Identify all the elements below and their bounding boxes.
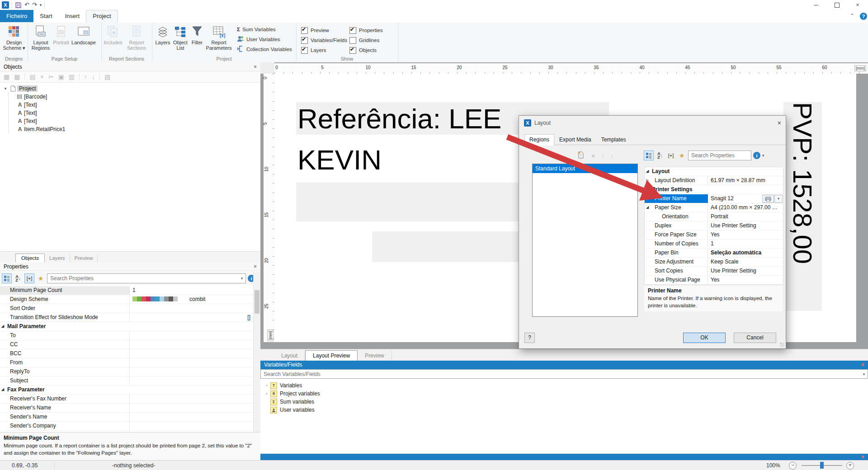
dialog-close-icon[interactable]: × bbox=[778, 119, 781, 127]
property-value[interactable] bbox=[130, 349, 253, 358]
variables-item-user-variables[interactable]: User variables bbox=[260, 406, 868, 414]
property-value[interactable]: Use Printer Setting bbox=[708, 221, 783, 230]
collection-variables-button[interactable]: Collection Variables bbox=[237, 44, 292, 54]
property-value[interactable]: 1 bbox=[708, 240, 783, 248]
variables-item-variables[interactable]: ›TVariables bbox=[260, 381, 868, 390]
expand-chevron-icon[interactable]: › bbox=[263, 391, 270, 396]
panel-tab-preview[interactable]: Preview bbox=[70, 254, 98, 262]
property-group-fax-parameter[interactable]: Fax Parameter◢ bbox=[0, 385, 253, 395]
variables-panel-close-icon[interactable]: × bbox=[861, 361, 864, 369]
property-row-sort-copies[interactable]: Sort CopiesUse Printer Setting bbox=[645, 267, 783, 276]
dialog-tab-templates[interactable]: Templates bbox=[596, 134, 631, 146]
properties-panel-close-icon[interactable]: × bbox=[254, 262, 257, 271]
expander-open-icon[interactable]: ◢ bbox=[646, 185, 649, 193]
sort-alphabetical-icon[interactable]: AZ↓ bbox=[656, 151, 665, 160]
tab-insert[interactable]: Insert bbox=[59, 10, 86, 22]
move-region-down-icon[interactable]: ↓ bbox=[611, 152, 614, 159]
property-group-printer-settings[interactable]: Printer Settings◢ bbox=[645, 185, 783, 194]
customize-quick-access-icon[interactable]: ▾ bbox=[40, 1, 42, 9]
zoom-slider-thumb[interactable] bbox=[820, 462, 824, 469]
show-variables-fields-checkbox[interactable]: Variables/Fields bbox=[301, 35, 347, 45]
show-layers-checkbox[interactable]: Layers bbox=[301, 45, 347, 55]
help-icon[interactable]: ? bbox=[860, 13, 867, 20]
tree-item-text[interactable]: A[Text] bbox=[9, 117, 260, 125]
undo-icon[interactable]: ↶ bbox=[24, 1, 29, 9]
property-row-minimum-page-count[interactable]: Minimum Page Count1 bbox=[0, 286, 253, 295]
variables-item-sum-variables[interactable]: ΣSum variables bbox=[260, 398, 868, 406]
property-value[interactable] bbox=[130, 304, 253, 313]
expander-open-icon[interactable]: ◢ bbox=[1, 385, 4, 394]
property-row-receiver-s-fax-number[interactable]: Receiver's Fax Number bbox=[0, 395, 253, 404]
info-icon[interactable]: i bbox=[753, 152, 760, 159]
property-group-layout[interactable]: Layout◢ bbox=[645, 167, 783, 176]
property-value[interactable]: Seleção automática bbox=[708, 249, 783, 257]
tab-start[interactable]: Start bbox=[33, 10, 58, 22]
property-value[interactable]: Snagit 12▾ bbox=[708, 194, 783, 203]
property-value[interactable] bbox=[130, 422, 253, 430]
variables-search-input[interactable] bbox=[261, 371, 860, 378]
objects-panel-close-icon[interactable]: × bbox=[254, 62, 257, 71]
resize-grip[interactable] bbox=[780, 343, 784, 347]
view-tab-layout[interactable]: Layout bbox=[274, 351, 305, 361]
property-row-receiver-s-name[interactable]: Receiver's Name bbox=[0, 404, 253, 413]
property-row-to[interactable]: To bbox=[0, 331, 253, 340]
view-tab-layout-preview[interactable]: Layout Preview bbox=[305, 350, 358, 361]
printer-icon[interactable] bbox=[762, 195, 774, 203]
show-properties-checkbox[interactable]: Properties bbox=[349, 25, 382, 35]
tab-ficheiro[interactable]: Ficheiro bbox=[0, 10, 33, 22]
copy-icon[interactable]: ▣ bbox=[58, 71, 64, 82]
sort-alphabetical-icon[interactable]: AZ↓ bbox=[14, 274, 23, 283]
panel-tab-objects[interactable]: Objects bbox=[15, 254, 45, 262]
categorized-view-icon[interactable] bbox=[2, 273, 12, 283]
property-value[interactable] bbox=[130, 367, 253, 376]
tree-item-itemretailprice1[interactable]: AItem.RetailPrice1 bbox=[9, 125, 260, 133]
insert-table-icon[interactable]: ▦ bbox=[14, 71, 20, 82]
select-objects-icon[interactable]: ▧ bbox=[104, 71, 110, 82]
expander-open-icon[interactable]: ◢ bbox=[1, 322, 4, 330]
properties-icon[interactable]: ▤ bbox=[29, 71, 35, 82]
property-row-design-scheme[interactable]: Design Schemecombit bbox=[0, 295, 253, 304]
property-value[interactable] bbox=[130, 404, 253, 412]
sum-variables-button[interactable]: ΣSum Variables bbox=[237, 24, 292, 34]
property-row-subject[interactable]: Subject bbox=[0, 376, 253, 385]
price-text-object[interactable]: PVP: 1528,00 bbox=[783, 102, 822, 311]
property-value[interactable]: Use Printer Setting bbox=[708, 267, 783, 275]
property-value[interactable]: 61.97 mm × 28.87 mm bbox=[708, 176, 783, 185]
property-value[interactable]: combit bbox=[130, 295, 253, 304]
dialog-search-combo[interactable]: ▾ bbox=[688, 150, 751, 160]
close-button[interactable]: × bbox=[847, 0, 868, 10]
scrollbar-thumb[interactable] bbox=[255, 290, 259, 314]
variables-item-project-variables[interactable]: ›θProject variables bbox=[260, 390, 868, 398]
property-row-sort-order[interactable]: Sort Order bbox=[0, 304, 253, 313]
move-down-icon[interactable]: ↓ bbox=[92, 71, 95, 82]
tab-project[interactable]: Project bbox=[86, 10, 118, 23]
property-value[interactable]: [] bbox=[130, 313, 253, 322]
property-value[interactable]: Portrait bbox=[708, 212, 783, 221]
add-region-icon[interactable] bbox=[577, 151, 585, 160]
redo-icon[interactable]: ↷ bbox=[32, 1, 37, 9]
property-row-number-of-copies[interactable]: Number of Copies1 bbox=[645, 240, 783, 249]
categorized-view-icon[interactable] bbox=[644, 150, 654, 160]
collapse-ribbon-icon[interactable]: ⌃ bbox=[850, 13, 854, 19]
maximize-button[interactable] bbox=[826, 0, 847, 10]
dialog-tab-export-media[interactable]: Export Media bbox=[554, 134, 596, 146]
dialog-help-button[interactable]: ? bbox=[524, 333, 535, 343]
properties-search-input[interactable] bbox=[47, 275, 238, 282]
expander-open-icon[interactable]: ◢ bbox=[646, 203, 649, 212]
property-value[interactable]: Yes bbox=[708, 230, 783, 239]
expand-properties-icon[interactable]: [+] bbox=[24, 273, 34, 283]
save-icon[interactable] bbox=[15, 2, 22, 9]
tree-item-text[interactable]: A[Text] bbox=[9, 109, 260, 117]
show-gridlines-checkbox[interactable]: Gridlines bbox=[349, 35, 382, 45]
tree-item-barcode[interactable]: [Barcode] bbox=[9, 93, 260, 101]
favorites-star-icon[interactable]: ★ bbox=[36, 274, 45, 283]
region-list-item[interactable]: Standard Layout bbox=[533, 164, 637, 173]
layout-regions-button[interactable]: Layout Regions bbox=[29, 24, 52, 51]
move-region-up-icon[interactable]: ↑ bbox=[601, 152, 604, 159]
property-row-use-physical-page[interactable]: Use Physical PageYes bbox=[645, 276, 783, 285]
reference-text-object[interactable]: Referência: LEE bbox=[297, 103, 501, 135]
tree-item-text[interactable]: A[Text] bbox=[9, 101, 260, 109]
property-row-bcc[interactable]: BCC bbox=[0, 349, 253, 358]
property-value[interactable] bbox=[130, 358, 253, 367]
minimize-button[interactable] bbox=[806, 0, 826, 10]
